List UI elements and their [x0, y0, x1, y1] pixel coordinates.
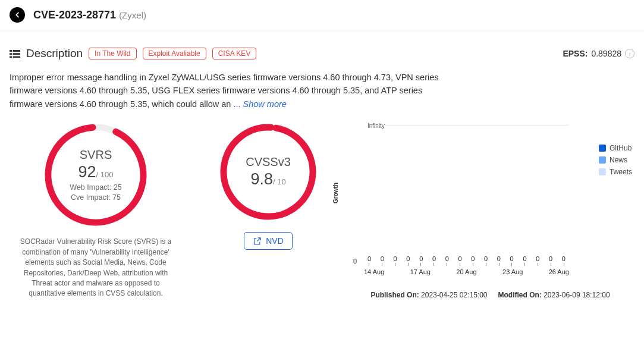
x-tick: 20 Aug: [456, 268, 476, 275]
chart-x-ticks: 14 Aug 17 Aug 20 Aug 23 Aug 26 Aug: [364, 268, 569, 275]
back-button[interactable]: [10, 7, 25, 23]
legend-swatch: [599, 168, 606, 175]
chart-dates: Published On: 2023-04-25 02:15:00 Modifi…: [346, 291, 634, 299]
description-header: Description In The Wild Exploit Avaliabl…: [10, 47, 634, 60]
data-point: 0: [497, 255, 501, 262]
growth-chart: Infinity Growth GitHub News Tweets 0 0 0…: [337, 121, 634, 299]
data-point: 0: [523, 255, 526, 262]
cvss-value: 9.8: [250, 170, 273, 188]
svg-rect-0: [10, 50, 12, 52]
svg-rect-1: [13, 50, 20, 52]
nvd-label: NVD: [266, 236, 284, 246]
data-point: 0: [406, 255, 410, 262]
legend-label: News: [610, 156, 627, 164]
x-tick: 23 Aug: [502, 268, 523, 275]
chart-legend: GitHub News Tweets: [599, 144, 632, 180]
legend-label: GitHub: [610, 144, 632, 152]
external-link-icon: [253, 237, 262, 246]
data-point: 0: [458, 255, 461, 262]
cvss-panel: CVSSv3 9.8/ 10 NVD: [200, 121, 337, 299]
svrs-cve-impact: Cve Impact: 75: [71, 193, 121, 202]
svrs-value-wrap: 92/ 100: [78, 163, 114, 181]
chart-y-bottom: 0: [353, 258, 357, 265]
epss-value: 0.89828: [591, 49, 621, 58]
legend-item[interactable]: Tweets: [599, 168, 632, 176]
chart-tick-marks: [364, 263, 569, 266]
cvss-max: / 10: [273, 177, 286, 186]
legend-item[interactable]: GitHub: [599, 144, 632, 152]
modified-label: Modified On:: [498, 291, 542, 299]
chart-y-label: Growth: [332, 183, 339, 203]
cvss-value-wrap: 9.8/ 10: [250, 170, 285, 189]
legend-swatch: [599, 156, 606, 164]
svrs-description: SOCRadar Vulnerability Risk Score (SVRS)…: [10, 237, 182, 299]
chart-plot-area[interactable]: [364, 125, 569, 257]
data-point: 0: [536, 255, 539, 262]
vendor-name: (Zyxel): [119, 10, 146, 20]
epss-score: EPSS: 0.89828 i: [563, 49, 634, 58]
data-point: 0: [549, 255, 552, 262]
published-value: 2023-04-25 02:15:00: [421, 291, 487, 299]
svrs-web-impact: Web Impact: 25: [70, 183, 121, 192]
data-point: 0: [367, 255, 371, 262]
x-tick: 26 Aug: [549, 268, 569, 275]
legend-swatch: [599, 145, 606, 152]
svg-rect-2: [10, 53, 12, 55]
show-more-link[interactable]: Show more: [243, 99, 287, 109]
badge-exploit-available: Exploit Avaliable: [143, 48, 206, 59]
svrs-value: 92: [78, 163, 96, 181]
description-body: Improper error message handling in Zyxel…: [10, 73, 439, 109]
cvss-label: CVSSv3: [246, 155, 291, 169]
description-label: Description: [26, 47, 83, 60]
data-point: 0: [419, 255, 423, 262]
modified-value: 2023-06-09 18:12:00: [544, 291, 610, 299]
data-point: 0: [562, 255, 566, 262]
badge-cisa-kev: CISA KEV: [212, 48, 257, 59]
data-point: 0: [510, 255, 514, 262]
description-text: Improper error message handling in Zyxel…: [10, 71, 450, 111]
data-point: 0: [432, 255, 436, 262]
svg-rect-3: [13, 53, 20, 55]
cve-id: CVE-2023-28771: [33, 9, 116, 21]
svg-rect-5: [13, 56, 20, 58]
svrs-label: SVRS: [80, 148, 112, 162]
svrs-panel: SVRS 92/ 100 Web Impact: 25 Cve Impact: …: [10, 121, 182, 299]
arrow-left-icon: [13, 11, 21, 19]
x-tick: 17 Aug: [410, 268, 431, 275]
description-icon: [10, 49, 20, 58]
ellipsis: ...: [233, 99, 243, 109]
legend-label: Tweets: [610, 168, 632, 176]
x-tick: 14 Aug: [364, 268, 384, 275]
epss-label: EPSS:: [563, 49, 588, 58]
page-header: CVE-2023-28771 (Zyxel): [0, 0, 644, 30]
chart-series-values: 0 0 0 0 0 0 0 0 0 0 0 0 0 0 0 0: [364, 255, 569, 262]
nvd-button[interactable]: NVD: [244, 232, 293, 250]
published-label: Published On:: [370, 291, 419, 299]
badge-in-the-wild: In The Wild: [89, 48, 136, 59]
data-point: 0: [394, 255, 397, 262]
svrs-max: / 100: [96, 170, 114, 179]
data-point: 0: [445, 255, 449, 262]
data-point: 0: [484, 255, 488, 262]
info-icon[interactable]: i: [625, 49, 634, 58]
data-point: 0: [471, 255, 475, 262]
data-point: 0: [381, 255, 384, 262]
legend-item[interactable]: News: [599, 156, 632, 164]
page-title: CVE-2023-28771 (Zyxel): [33, 9, 146, 21]
svg-rect-4: [10, 56, 12, 58]
